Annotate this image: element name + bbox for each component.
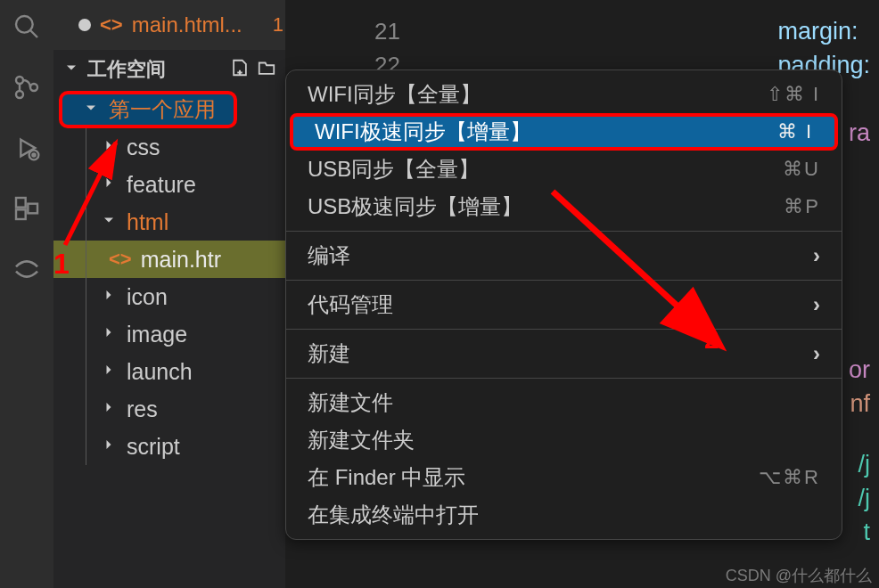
menu-new-folder[interactable]: 新建文件夹: [286, 421, 842, 459]
project-root[interactable]: 第一个应用: [59, 91, 237, 128]
menu-wifi-sync-full[interactable]: WIFI同步【全量】 ⇧⌘ I: [286, 76, 842, 113]
extensions-icon[interactable]: [11, 192, 43, 225]
workspace-title: 工作空间: [87, 56, 166, 83]
chevron-right-icon: ›: [813, 341, 820, 366]
sidebar: <> main.html... 1 工作空间 第一个应用: [53, 0, 285, 588]
workspace-actions: [230, 58, 276, 81]
menu-divider: [286, 231, 842, 232]
watermark: CSDN @什么都什么: [726, 565, 872, 586]
chevron-right-icon: ›: [813, 243, 820, 268]
source-control-icon[interactable]: [11, 71, 43, 103]
project-name: 第一个应用: [109, 95, 216, 124]
svg-rect-9: [16, 209, 26, 219]
tab-label: main.html...: [132, 12, 242, 37]
svg-point-2: [16, 77, 23, 84]
svg-point-4: [30, 84, 37, 91]
activity-bar: [0, 0, 53, 588]
folder-icon[interactable]: icon: [53, 278, 285, 315]
annotation-number: 1: [53, 248, 70, 281]
chevron-right-icon: [100, 434, 118, 459]
chevron-right-icon: [100, 172, 118, 197]
html-file-icon: <>: [109, 248, 132, 271]
workspace-header[interactable]: 工作空间: [53, 50, 285, 89]
menu-usb-sync-incremental[interactable]: USB极速同步【增量】 ⌘P: [286, 188, 842, 225]
menu-compile[interactable]: 编译 ›: [286, 237, 842, 274]
file-tree: 第一个应用 css feature html <> main.: [53, 89, 285, 588]
menu-new[interactable]: 新建 ›: [286, 335, 842, 372]
folder-feature[interactable]: feature: [53, 166, 285, 203]
new-file-icon[interactable]: [230, 58, 250, 81]
folder-launch[interactable]: launch: [53, 353, 285, 390]
svg-point-3: [16, 91, 23, 98]
chevron-right-icon: [100, 322, 118, 347]
tab-badge: 1: [273, 13, 283, 37]
file-main-html[interactable]: <> main.htr: [53, 241, 285, 278]
chevron-down-icon: [82, 97, 100, 122]
annotation-number: 2: [704, 324, 719, 355]
menu-wifi-sync-incremental[interactable]: WIFI极速同步【增量】 ⌘ I: [290, 113, 838, 151]
menu-divider: [286, 329, 842, 330]
context-menu: WIFI同步【全量】 ⇧⌘ I WIFI极速同步【增量】 ⌘ I USB同步【全…: [285, 69, 842, 540]
folder-res[interactable]: res: [53, 390, 285, 428]
svg-point-0: [16, 16, 33, 33]
folder-image[interactable]: image: [53, 315, 285, 353]
menu-new-file[interactable]: 新建文件: [286, 384, 842, 421]
html-file-icon: <>: [100, 13, 123, 37]
chevron-right-icon: [100, 284, 118, 309]
chevron-right-icon: [100, 396, 118, 421]
svg-rect-10: [28, 204, 37, 214]
chevron-right-icon: [100, 135, 118, 159]
editor-tab[interactable]: <> main.html... 1: [64, 0, 298, 50]
folder-css[interactable]: css: [53, 128, 285, 166]
modified-dot-icon: [78, 19, 91, 31]
chevron-right-icon: [100, 359, 118, 384]
menu-divider: [286, 378, 842, 379]
folder-script[interactable]: script: [53, 428, 285, 465]
search-icon[interactable]: [11, 11, 43, 43]
svg-point-7: [32, 153, 35, 156]
menu-open-terminal[interactable]: 在集成终端中打开: [286, 496, 842, 534]
chevron-right-icon: ›: [813, 292, 820, 317]
svg-line-1: [30, 30, 37, 37]
menu-reveal-finder[interactable]: 在 Finder 中显示 ⌥⌘R: [286, 459, 842, 496]
menu-divider: [286, 280, 842, 281]
chevron-down-icon: [62, 59, 80, 80]
chevron-down-icon: [100, 209, 118, 234]
new-folder-icon[interactable]: [257, 58, 276, 81]
menu-usb-sync-full[interactable]: USB同步【全量】 ⌘U: [286, 151, 842, 188]
svg-rect-8: [16, 198, 26, 208]
folder-html[interactable]: html: [53, 203, 285, 241]
menu-vcs[interactable]: 代码管理 ›: [286, 286, 842, 323]
debug-icon[interactable]: [11, 132, 43, 164]
remote-icon[interactable]: [11, 253, 43, 285]
